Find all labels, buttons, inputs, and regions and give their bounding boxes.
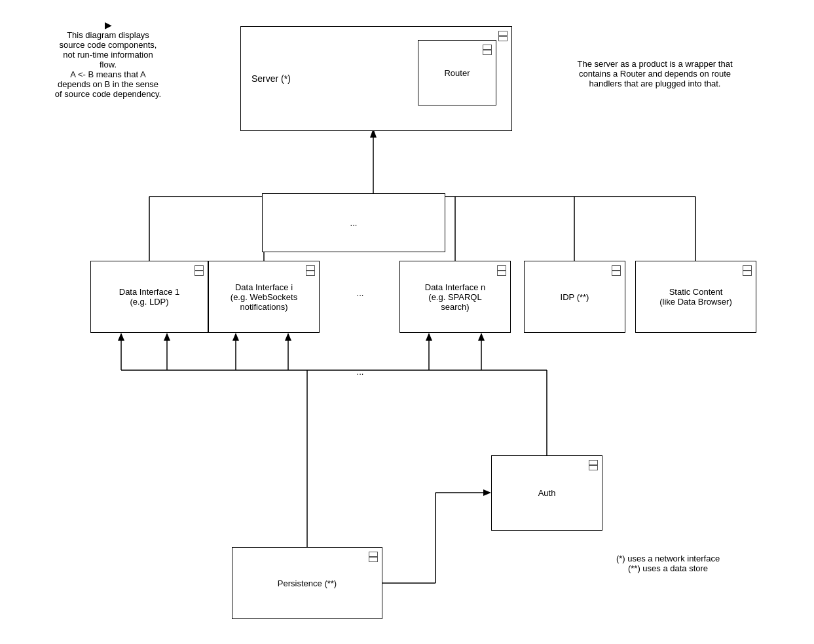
di1-label: Data Interface 1(e.g. LDP) xyxy=(119,287,180,307)
din-label: Data Interface n(e.g. SPARQLsearch) xyxy=(425,282,486,312)
dots-top-label: ... xyxy=(350,218,358,228)
di1-comp-icon xyxy=(192,265,204,276)
auth-comp-icon xyxy=(586,459,598,471)
auth-box: Auth xyxy=(491,455,602,531)
idp-comp-icon xyxy=(609,265,621,276)
router-label: Router xyxy=(444,68,470,78)
note-line3: handlers that are plugged into that. xyxy=(537,79,773,88)
server-label: Server (*) xyxy=(251,73,291,84)
diagram-container: ▶ This diagram displays source code comp… xyxy=(0,0,814,644)
svg-marker-26 xyxy=(483,489,491,496)
sc-comp-icon xyxy=(740,265,752,276)
static-content-box: Static Content(like Data Browser) xyxy=(635,261,756,333)
sc-label: Static Content(like Data Browser) xyxy=(659,287,732,307)
legend-arrow: ▶ xyxy=(105,20,112,30)
legend-line3: not run-time information xyxy=(26,50,190,60)
data-interface-1-box: Data Interface 1(e.g. LDP) xyxy=(90,261,208,333)
svg-marker-20 xyxy=(478,333,485,341)
legend-line2: source code components, xyxy=(26,40,190,50)
persistence-label: Persistence (**) xyxy=(278,578,337,588)
dots-top-box: ... xyxy=(262,193,445,252)
svg-marker-12 xyxy=(164,333,170,341)
idp-label: IDP (**) xyxy=(561,292,589,302)
legend-line5: A <- B means that A xyxy=(26,69,190,79)
svg-marker-10 xyxy=(118,333,124,341)
dii-comp-icon xyxy=(303,265,315,276)
footnote-1: (*) uses a network interface xyxy=(570,554,766,563)
svg-marker-16 xyxy=(285,333,291,341)
server-comp-icon xyxy=(496,30,508,42)
legend-text: ▶ This diagram displays source code comp… xyxy=(26,20,190,99)
server-note: The server as a product is a wrapper tha… xyxy=(537,59,773,88)
router-comp-icon xyxy=(480,44,492,56)
dots-arrows-label: ... xyxy=(321,367,399,377)
data-interface-n-box: Data Interface n(e.g. SPARQLsearch) xyxy=(399,261,511,333)
legend-line7: of source code dependency. xyxy=(26,89,190,99)
footnote-2: (**) uses a data store xyxy=(570,563,766,573)
legend-line6: depends on B in the sense xyxy=(26,79,190,89)
auth-label: Auth xyxy=(538,488,556,498)
persistence-box: Persistence (**) xyxy=(232,547,382,619)
server-box: Server (*) Router xyxy=(240,26,512,131)
note-line1: The server as a product is a wrapper tha… xyxy=(537,59,773,69)
idp-box: IDP (**) xyxy=(524,261,625,333)
dots-mid-label: ... xyxy=(321,288,399,298)
footnotes: (*) uses a network interface (**) uses a… xyxy=(570,554,766,573)
din-comp-icon xyxy=(494,265,506,276)
router-box: Router xyxy=(418,40,496,105)
data-interface-i-box: Data Interface i(e.g. WebSocketsnotifica… xyxy=(208,261,320,333)
note-line2: contains a Router and depends on route xyxy=(537,69,773,79)
dii-label: Data Interface i(e.g. WebSocketsnotifica… xyxy=(231,282,297,312)
persistence-comp-icon xyxy=(366,551,378,563)
svg-marker-18 xyxy=(426,333,432,341)
legend-line1: This diagram displays xyxy=(26,30,190,40)
svg-marker-14 xyxy=(232,333,239,341)
legend-line4: flow. xyxy=(26,60,190,69)
